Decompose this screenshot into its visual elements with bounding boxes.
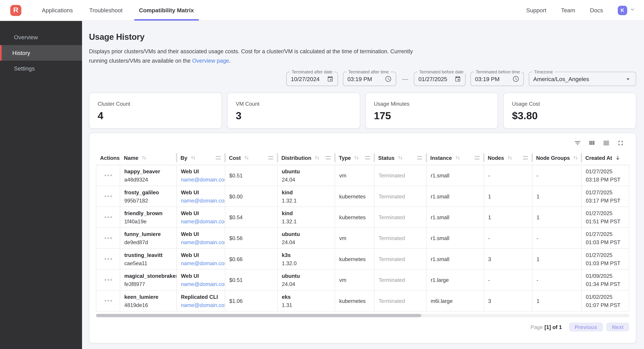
created-time: 01:51 PM PST (586, 218, 625, 224)
created-by-source: Web UI (181, 168, 221, 174)
sorted-desc-icon[interactable] (615, 155, 621, 161)
sort-icon[interactable] (244, 155, 249, 161)
column-menu-icon[interactable] (365, 156, 370, 159)
distribution-primary: eks (282, 294, 331, 300)
created-by-email-link[interactable]: name@domain.com (181, 197, 221, 204)
column-resize-handle[interactable] (581, 153, 582, 162)
column-resize-handle[interactable] (224, 153, 226, 162)
terminated-after-date-field[interactable]: Terminated after date 10/27/2024 (286, 72, 338, 86)
column-header-instance[interactable]: Instance (426, 151, 484, 165)
created-by-email-link[interactable]: name@domain.com (181, 281, 221, 287)
cell-actions (96, 165, 120, 186)
column-header-distribution[interactable]: Distribution (277, 151, 335, 165)
horizontal-scrollbar-thumb[interactable] (96, 314, 421, 317)
table-row: funny_lumierede9ed87dWeb UIname@domain.c… (96, 228, 629, 249)
column-resize-handle[interactable] (334, 153, 336, 162)
next-page-button[interactable]: Next (606, 323, 629, 332)
created-date: 01/27/2025 (586, 189, 625, 195)
calendar-icon[interactable] (323, 76, 334, 82)
column-resize-handle[interactable] (532, 153, 533, 162)
created-by-email-link[interactable]: name@domain.com (181, 302, 221, 308)
column-header-created_at[interactable]: Created At (581, 151, 629, 165)
nav-link-docs[interactable]: Docs (590, 7, 603, 13)
previous-page-button[interactable]: Previous (569, 323, 603, 332)
column-resize-handle[interactable] (176, 153, 177, 162)
column-header-name[interactable]: Name (120, 151, 176, 165)
clock-icon[interactable] (508, 75, 520, 82)
sort-icon[interactable] (314, 155, 320, 161)
sidebar-item-overview[interactable]: Overview (0, 29, 82, 45)
main-nav-tabs: Applications Troubleshoot Compatibility … (34, 0, 202, 20)
column-resize-handle[interactable] (426, 153, 427, 162)
column-menu-icon[interactable] (216, 156, 221, 159)
name-secondary: cae5ea11 (124, 260, 172, 266)
sidebar-item-history[interactable]: History (0, 45, 82, 61)
sort-icon[interactable] (397, 155, 403, 161)
density-icon[interactable] (603, 139, 610, 146)
row-actions-button[interactable] (104, 215, 113, 220)
column-resize-handle[interactable] (277, 153, 278, 162)
terminated-before-date-field[interactable]: Terminated before date 01/27/2025 (414, 72, 466, 86)
column-header-by[interactable]: By (176, 151, 225, 165)
avatar[interactable]: K (618, 5, 627, 15)
created-by-email-link[interactable]: name@domain.com (181, 239, 221, 245)
column-resize-handle[interactable] (483, 153, 484, 162)
cell-status: Terminated (374, 291, 426, 311)
row-actions-button[interactable] (104, 298, 113, 303)
column-header-nodes[interactable]: Nodes (484, 151, 532, 165)
column-header-cost[interactable]: Cost (225, 151, 277, 165)
row-actions-button[interactable] (104, 236, 113, 241)
status-value: Terminated (378, 172, 422, 178)
created-by-email-link[interactable]: name@domain.com (181, 176, 221, 183)
filter-icon[interactable] (574, 139, 581, 146)
sort-icon[interactable] (141, 155, 147, 161)
cell-created_at: 01/27/202503:18 PM PST (581, 165, 629, 186)
tab-troubleshoot[interactable]: Troubleshoot (84, 0, 127, 20)
fullscreen-icon[interactable] (617, 139, 624, 146)
row-actions-button[interactable] (104, 194, 113, 199)
instance-value: r1.small (431, 214, 480, 220)
row-actions-button[interactable] (104, 173, 113, 178)
account-menu[interactable]: K (618, 5, 636, 15)
column-menu-icon[interactable] (523, 156, 528, 159)
created-by-email-link[interactable]: name@domain.com (181, 260, 221, 266)
sort-icon[interactable] (354, 155, 360, 161)
created-by-email-link[interactable]: name@domain.com (181, 218, 221, 224)
sort-icon[interactable] (573, 155, 578, 161)
type-value: kubernetes (339, 214, 370, 220)
column-header-status[interactable]: Status (374, 151, 426, 165)
overview-page-link[interactable]: Overview page (192, 58, 229, 64)
clock-icon[interactable] (380, 75, 392, 82)
column-label: Type (339, 155, 351, 161)
terminated-after-time-field[interactable]: Terminated after time 03:19 PM (343, 72, 396, 86)
column-header-node_groups[interactable]: Node Groups (532, 151, 581, 165)
sort-icon[interactable] (507, 155, 513, 161)
tab-applications[interactable]: Applications (37, 0, 78, 20)
cell-node_groups: 1 (532, 291, 581, 311)
column-menu-icon[interactable] (475, 156, 480, 159)
columns-icon[interactable] (588, 139, 596, 146)
cell-nodes: - (484, 270, 532, 290)
nav-link-team[interactable]: Team (561, 7, 575, 13)
sidebar-item-settings[interactable]: Settings (0, 61, 82, 76)
column-menu-icon[interactable] (268, 156, 273, 159)
timezone-select[interactable]: Timezone America/Los_Angeles (529, 72, 636, 86)
replicated-logo[interactable]: R (10, 5, 21, 16)
type-value: kubernetes (339, 256, 370, 262)
column-resize-handle[interactable] (374, 153, 375, 162)
row-actions-button[interactable] (104, 257, 113, 261)
sort-icon[interactable] (455, 155, 460, 161)
horizontal-scrollbar-track[interactable] (96, 314, 629, 317)
top-nav: R Applications Troubleshoot Compatibilit… (0, 0, 644, 21)
column-menu-icon[interactable] (417, 156, 422, 159)
dropdown-caret-icon (620, 75, 632, 82)
terminated-before-time-field[interactable]: Terminated before time 03:19 PM (470, 72, 524, 86)
sort-icon[interactable] (190, 155, 196, 161)
nav-link-support[interactable]: Support (526, 7, 546, 13)
tab-compatibility-matrix[interactable]: Compatibility Matrix (134, 0, 199, 20)
row-actions-button[interactable] (104, 278, 113, 282)
calendar-icon[interactable] (450, 76, 461, 82)
column-menu-icon[interactable] (326, 156, 331, 159)
column-header-type[interactable]: Type (335, 151, 374, 165)
type-value: vm (339, 172, 370, 178)
